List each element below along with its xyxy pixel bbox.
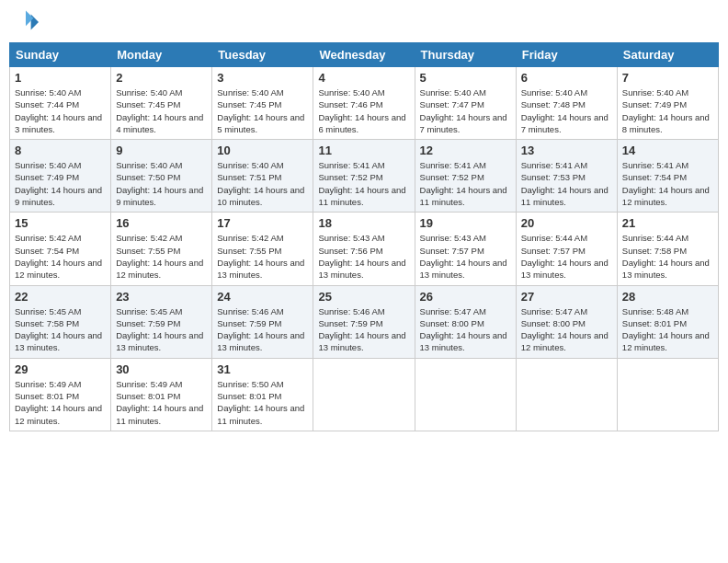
day-number: 28 [622,290,713,304]
weekday-header-sunday: Sunday [10,43,111,67]
day-number: 20 [521,216,612,230]
day-number: 25 [318,290,409,304]
day-info: Sunrise: 5:41 AM Sunset: 7:53 PM Dayligh… [521,159,612,208]
calendar-cell: 8 Sunrise: 5:40 AM Sunset: 7:49 PM Dayli… [10,140,111,213]
day-info: Sunrise: 5:43 AM Sunset: 7:57 PM Dayligh… [420,232,511,281]
day-info: Sunrise: 5:45 AM Sunset: 7:59 PM Dayligh… [116,305,207,354]
day-info: Sunrise: 5:46 AM Sunset: 7:59 PM Dayligh… [217,305,308,354]
calendar-cell: 23 Sunrise: 5:45 AM Sunset: 7:59 PM Dayl… [111,285,212,358]
day-number: 19 [420,216,511,230]
day-number: 10 [217,144,308,157]
calendar-cell: 7 Sunrise: 5:40 AM Sunset: 7:49 PM Dayli… [617,67,718,140]
calendar-cell: 15 Sunrise: 5:42 AM Sunset: 7:54 PM Dayl… [10,213,111,285]
day-number: 30 [116,362,207,376]
calendar-cell: 26 Sunrise: 5:47 AM Sunset: 8:00 PM Dayl… [415,285,516,358]
day-number: 13 [521,144,612,157]
day-number: 31 [217,362,308,376]
svg-marker-0 [31,15,39,30]
calendar-cell: 17 Sunrise: 5:42 AM Sunset: 7:55 PM Dayl… [212,213,313,285]
calendar-cell: 12 Sunrise: 5:41 AM Sunset: 7:52 PM Dayl… [415,140,516,213]
day-number: 7 [622,71,713,85]
day-number: 12 [420,144,511,157]
calendar-cell: 1 Sunrise: 5:40 AM Sunset: 7:44 PM Dayli… [10,67,111,140]
day-info: Sunrise: 5:42 AM Sunset: 7:55 PM Dayligh… [116,232,207,281]
calendar-table: SundayMondayTuesdayWednesdayThursdayFrid… [9,42,719,431]
logo [13,9,40,35]
day-info: Sunrise: 5:40 AM Sunset: 7:50 PM Dayligh… [116,159,207,208]
day-info: Sunrise: 5:40 AM Sunset: 7:46 PM Dayligh… [318,86,409,135]
calendar-cell [415,358,516,431]
day-info: Sunrise: 5:42 AM Sunset: 7:55 PM Dayligh… [217,232,308,281]
day-number: 18 [318,216,409,230]
day-number: 4 [318,71,409,85]
weekday-header-friday: Friday [516,43,617,67]
day-info: Sunrise: 5:43 AM Sunset: 7:56 PM Dayligh… [318,232,409,281]
day-info: Sunrise: 5:49 AM Sunset: 8:01 PM Dayligh… [15,378,106,427]
day-info: Sunrise: 5:40 AM Sunset: 7:45 PM Dayligh… [116,86,207,135]
day-number: 17 [217,216,308,230]
day-number: 16 [116,216,207,230]
weekday-header-tuesday: Tuesday [212,43,313,67]
day-info: Sunrise: 5:48 AM Sunset: 8:01 PM Dayligh… [622,305,713,354]
day-info: Sunrise: 5:40 AM Sunset: 7:47 PM Dayligh… [420,86,511,135]
day-number: 27 [521,290,612,304]
weekday-header-wednesday: Wednesday [313,43,415,67]
day-number: 26 [420,290,511,304]
calendar-cell [516,358,617,431]
day-number: 3 [217,71,308,85]
day-number: 6 [521,71,612,85]
calendar-cell: 25 Sunrise: 5:46 AM Sunset: 7:59 PM Dayl… [313,285,415,358]
calendar-cell: 11 Sunrise: 5:41 AM Sunset: 7:52 PM Dayl… [313,140,415,213]
calendar-cell: 18 Sunrise: 5:43 AM Sunset: 7:56 PM Dayl… [313,213,415,285]
calendar-cell [617,358,718,431]
day-info: Sunrise: 5:44 AM Sunset: 7:57 PM Dayligh… [521,232,612,281]
day-info: Sunrise: 5:40 AM Sunset: 7:49 PM Dayligh… [622,86,713,135]
day-info: Sunrise: 5:40 AM Sunset: 7:45 PM Dayligh… [217,86,308,135]
calendar-cell: 10 Sunrise: 5:40 AM Sunset: 7:51 PM Dayl… [212,140,313,213]
day-info: Sunrise: 5:46 AM Sunset: 7:59 PM Dayligh… [318,305,409,354]
day-number: 2 [116,71,207,85]
weekday-header-monday: Monday [111,43,212,67]
calendar-cell: 21 Sunrise: 5:44 AM Sunset: 7:58 PM Dayl… [617,213,718,285]
day-info: Sunrise: 5:40 AM Sunset: 7:48 PM Dayligh… [521,86,612,135]
day-number: 22 [15,290,106,304]
weekday-header-saturday: Saturday [617,43,718,67]
day-info: Sunrise: 5:42 AM Sunset: 7:54 PM Dayligh… [15,232,106,281]
calendar-cell: 28 Sunrise: 5:48 AM Sunset: 8:01 PM Dayl… [617,285,718,358]
day-number: 11 [318,144,409,157]
day-number: 9 [116,144,207,157]
logo-icon [13,9,39,35]
day-number: 21 [622,216,713,230]
day-info: Sunrise: 5:49 AM Sunset: 8:01 PM Dayligh… [116,378,207,427]
calendar-cell: 27 Sunrise: 5:47 AM Sunset: 8:00 PM Dayl… [516,285,617,358]
day-info: Sunrise: 5:40 AM Sunset: 7:44 PM Dayligh… [15,86,106,135]
day-number: 5 [420,71,511,85]
calendar-cell: 4 Sunrise: 5:40 AM Sunset: 7:46 PM Dayli… [313,67,415,140]
day-info: Sunrise: 5:41 AM Sunset: 7:54 PM Dayligh… [622,159,713,208]
calendar-cell: 19 Sunrise: 5:43 AM Sunset: 7:57 PM Dayl… [415,213,516,285]
page-header [9,9,719,35]
day-info: Sunrise: 5:41 AM Sunset: 7:52 PM Dayligh… [318,159,409,208]
day-info: Sunrise: 5:44 AM Sunset: 7:58 PM Dayligh… [622,232,713,281]
calendar-cell: 30 Sunrise: 5:49 AM Sunset: 8:01 PM Dayl… [111,358,212,431]
calendar-cell: 5 Sunrise: 5:40 AM Sunset: 7:47 PM Dayli… [415,67,516,140]
day-number: 14 [622,144,713,157]
calendar-cell: 2 Sunrise: 5:40 AM Sunset: 7:45 PM Dayli… [111,67,212,140]
calendar-cell [313,358,415,431]
calendar-cell: 13 Sunrise: 5:41 AM Sunset: 7:53 PM Dayl… [516,140,617,213]
calendar-cell: 6 Sunrise: 5:40 AM Sunset: 7:48 PM Dayli… [516,67,617,140]
day-info: Sunrise: 5:45 AM Sunset: 7:58 PM Dayligh… [15,305,106,354]
day-info: Sunrise: 5:40 AM Sunset: 7:51 PM Dayligh… [217,159,308,208]
day-info: Sunrise: 5:41 AM Sunset: 7:52 PM Dayligh… [420,159,511,208]
calendar-cell: 22 Sunrise: 5:45 AM Sunset: 7:58 PM Dayl… [10,285,111,358]
day-number: 29 [15,362,106,376]
day-info: Sunrise: 5:47 AM Sunset: 8:00 PM Dayligh… [521,305,612,354]
calendar-cell: 14 Sunrise: 5:41 AM Sunset: 7:54 PM Dayl… [617,140,718,213]
calendar-cell: 9 Sunrise: 5:40 AM Sunset: 7:50 PM Dayli… [111,140,212,213]
day-number: 15 [15,216,106,230]
day-number: 24 [217,290,308,304]
calendar-cell: 20 Sunrise: 5:44 AM Sunset: 7:57 PM Dayl… [516,213,617,285]
day-number: 23 [116,290,207,304]
calendar-cell: 3 Sunrise: 5:40 AM Sunset: 7:45 PM Dayli… [212,67,313,140]
day-info: Sunrise: 5:47 AM Sunset: 8:00 PM Dayligh… [420,305,511,354]
